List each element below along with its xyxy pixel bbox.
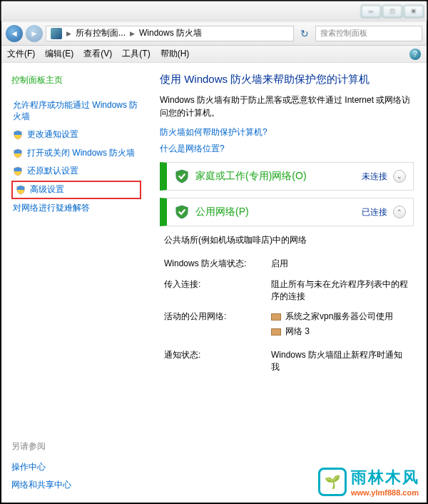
shield-check-icon [174,204,190,220]
active-network-item: 系统之家vpn服务器公司使用 [271,311,409,323]
incoming-connections-row: 传入连接: 阻止所有与未在允许程序列表中的程序的连接 [164,274,409,307]
sidebar: 控制面板主页 允许程序或功能通过 Windows 防火墙 更改通知设置 打开或关… [1,63,150,503]
back-button[interactable]: ◄ [6,25,23,42]
sidebar-item-troubleshoot[interactable]: 对网络进行疑难解答 [11,199,141,218]
minimize-button[interactable]: ─ [361,5,381,18]
detail-label: 传入连接: [164,278,271,303]
collapse-button[interactable]: ⌃ [393,206,406,218]
detail-value: 阻止所有与未在允许程序列表中的程序的连接 [271,278,409,303]
menu-tools[interactable]: 工具(T) [122,48,150,60]
page-description: Windows 防火墙有助于防止黑客或恶意软件通过 Internet 或网络访问… [160,94,414,119]
page-title: 使用 Windows 防火墙来帮助保护您的计算机 [160,73,414,86]
help-link-network-location[interactable]: 什么是网络位置? [160,143,414,155]
sidebar-item-label: 高级设置 [30,184,64,196]
shield-icon [13,166,23,176]
sidebar-item-toggle-firewall[interactable]: 打开或关闭 Windows 防火墙 [11,144,141,163]
main-panel: 使用 Windows 防火墙来帮助保护您的计算机 Windows 防火墙有助于防… [150,63,427,503]
menu-bar: 文件(F) 编辑(E) 查看(V) 工具(T) 帮助(H) ? [1,46,427,63]
public-network-desc: 公共场所(例如机场或咖啡店)中的网络 [164,233,409,246]
network-name: 系统之家vpn服务器公司使用 [285,311,393,323]
bench-icon [271,328,281,336]
sidebar-item-label: 对网络进行疑难解答 [13,203,90,214]
network-name: 网络 3 [285,326,310,338]
active-networks-row: 活动的公用网络: 系统之家vpn服务器公司使用 网络 3 [164,306,409,345]
bench-icon [271,313,281,321]
close-button[interactable]: ✕ [404,5,424,18]
network-title: 公用网络(P) [195,206,356,218]
breadcrumb-item[interactable]: 所有控制面... [76,27,126,39]
help-link-firewall[interactable]: 防火墙如何帮助保护计算机? [160,126,414,138]
menu-view[interactable]: 查看(V) [83,48,112,60]
watermark: 🌱 雨林木风 www.ylmf888.com [318,467,419,497]
search-input[interactable]: 搜索控制面板 [315,26,422,41]
shield-icon [16,185,26,195]
watermark-url: www.ylmf888.com [351,488,419,497]
notification-status-row: 通知状态: Windows 防火墙阻止新程序时通知我 [164,345,409,378]
see-also-section: 另请参阅 操作中心 网络和共享中心 [11,440,141,494]
sprout-icon: 🌱 [318,468,347,496]
maximize-button[interactable]: □ [382,5,402,18]
sidebar-item-label: 更改通知设置 [27,129,78,141]
detail-label: 活动的公用网络: [164,311,271,341]
shield-check-icon [174,168,190,184]
private-network-section[interactable]: 家庭或工作(专用)网络(O) 未连接 ⌄ [160,162,414,191]
sidebar-item-restore-defaults[interactable]: 还原默认设置 [11,162,141,181]
sidebar-item-advanced-settings[interactable]: 高级设置 [11,181,141,199]
detail-label: 通知状态: [164,349,271,373]
menu-help[interactable]: 帮助(H) [160,48,190,60]
sidebar-item-change-notification[interactable]: 更改通知设置 [11,126,141,144]
sidebar-item-label: 还原默认设置 [27,166,78,177]
sidebar-item-allow-program[interactable]: 允许程序或功能通过 Windows 防火墙 [11,96,141,126]
detail-value: 启用 [271,258,409,270]
watermark-text: 雨林木风 [351,467,419,488]
shield-icon [13,130,23,140]
network-status: 未连接 [362,171,387,183]
menu-file[interactable]: 文件(F) [7,48,35,60]
see-also-network-sharing[interactable]: 网络和共享中心 [11,476,141,494]
forward-button[interactable]: ► [26,25,43,42]
see-also-action-center[interactable]: 操作中心 [11,458,141,476]
detail-label: Windows 防火墙状态: [164,258,271,270]
navigation-bar: ◄ ► ▶ 所有控制面... ▶ Windows 防火墙 ↻ 搜索控制面板 [1,21,427,46]
shield-icon [13,148,23,158]
breadcrumb-item[interactable]: Windows 防火墙 [139,27,202,39]
active-network-item: 网络 3 [271,326,409,338]
titlebar: ─ □ ✕ [1,1,427,21]
network-title: 家庭或工作(专用)网络(O) [195,170,356,183]
sidebar-item-label: 打开或关闭 Windows 防火墙 [27,148,135,159]
breadcrumb[interactable]: ▶ 所有控制面... ▶ Windows 防火墙 [46,26,294,41]
expand-button[interactable]: ⌄ [393,170,406,183]
refresh-button[interactable]: ↻ [297,26,312,41]
chevron-right-icon: ▶ [130,30,135,37]
sidebar-item-label: 允许程序或功能通过 Windows 防火墙 [13,100,140,122]
detail-value: Windows 防火墙阻止新程序时通知我 [271,349,409,373]
chevron-right-icon: ▶ [66,30,71,37]
public-network-section[interactable]: 公用网络(P) 已连接 ⌃ [160,198,414,226]
firewall-status-row: Windows 防火墙状态: 启用 [164,253,409,274]
network-status: 已连接 [362,206,387,218]
menu-edit[interactable]: 编辑(E) [45,48,73,60]
see-also-title: 另请参阅 [11,440,141,453]
help-icon[interactable]: ? [409,49,421,60]
control-panel-icon [51,28,62,39]
control-panel-home-link[interactable]: 控制面板主页 [11,74,141,86]
